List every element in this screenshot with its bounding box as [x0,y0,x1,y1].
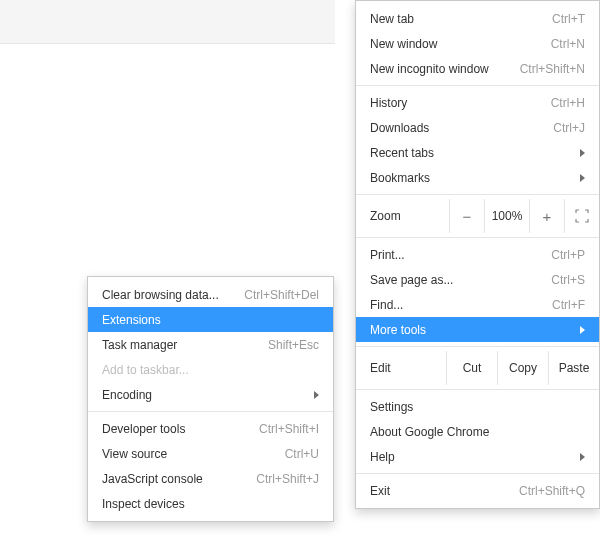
submenu-arrow-icon [580,174,585,182]
separator [356,389,599,390]
menu-shortcut: Shift+Esc [268,338,319,352]
submenu-arrow-icon [580,453,585,461]
zoom-out-button[interactable]: − [449,199,484,233]
submenu-item-extensions[interactable]: Extensions [88,307,333,332]
separator [356,473,599,474]
submenu-item-inspect-devices[interactable]: Inspect devices [88,491,333,516]
submenu-item-developer-tools[interactable]: Developer tools Ctrl+Shift+I [88,416,333,441]
menu-label: Clear browsing data... [102,288,234,302]
copy-button[interactable]: Copy [497,351,548,385]
menu-label: Downloads [370,121,543,135]
menu-shortcut: Ctrl+P [551,248,585,262]
menu-label: Add to taskbar... [102,363,319,377]
menu-shortcut: Ctrl+Shift+Q [519,484,585,498]
menu-label: Inspect devices [102,497,319,511]
menu-label: Bookmarks [370,171,574,185]
menu-label: Developer tools [102,422,249,436]
menu-item-new-tab[interactable]: New tab Ctrl+T [356,6,599,31]
menu-item-recent-tabs[interactable]: Recent tabs [356,140,599,165]
menu-shortcut: Ctrl+S [551,273,585,287]
menu-label: Exit [370,484,509,498]
menu-label: Save page as... [370,273,541,287]
menu-item-exit[interactable]: Exit Ctrl+Shift+Q [356,478,599,503]
zoom-in-button[interactable]: + [529,199,564,233]
menu-shortcut: Ctrl+Shift+I [259,422,319,436]
submenu-item-view-source[interactable]: View source Ctrl+U [88,441,333,466]
separator [356,194,599,195]
menu-label: View source [102,447,275,461]
menu-item-save-page-as[interactable]: Save page as... Ctrl+S [356,267,599,292]
zoom-label: Zoom [356,199,449,233]
menu-item-history[interactable]: History Ctrl+H [356,90,599,115]
separator [356,346,599,347]
menu-label: Encoding [102,388,308,402]
menu-label: Find... [370,298,542,312]
menu-item-settings[interactable]: Settings [356,394,599,419]
chrome-main-menu: New tab Ctrl+T New window Ctrl+N New inc… [355,0,600,509]
cut-button[interactable]: Cut [446,351,497,385]
more-tools-submenu: Clear browsing data... Ctrl+Shift+Del Ex… [87,276,334,522]
menu-shortcut: Ctrl+H [551,96,585,110]
menu-label: Task manager [102,338,258,352]
menu-item-new-incognito[interactable]: New incognito window Ctrl+Shift+N [356,56,599,81]
paste-button[interactable]: Paste [548,351,599,385]
menu-shortcut: Ctrl+J [553,121,585,135]
submenu-arrow-icon [314,391,319,399]
menu-item-bookmarks[interactable]: Bookmarks [356,165,599,190]
separator [356,85,599,86]
menu-item-new-window[interactable]: New window Ctrl+N [356,31,599,56]
menu-shortcut: Ctrl+Shift+N [520,62,585,76]
submenu-item-add-to-taskbar: Add to taskbar... [88,357,333,382]
menu-item-print[interactable]: Print... Ctrl+P [356,242,599,267]
menu-item-more-tools[interactable]: More tools [356,317,599,342]
menu-label: History [370,96,541,110]
page-content-strip [0,0,335,44]
menu-label: Extensions [102,313,319,327]
submenu-item-encoding[interactable]: Encoding [88,382,333,407]
submenu-arrow-icon [580,326,585,334]
zoom-row: Zoom − 100% + [356,199,599,233]
menu-item-help[interactable]: Help [356,444,599,469]
fullscreen-button[interactable] [564,199,599,233]
menu-label: More tools [370,323,574,337]
separator [356,237,599,238]
submenu-item-clear-browsing-data[interactable]: Clear browsing data... Ctrl+Shift+Del [88,282,333,307]
menu-label: New window [370,37,541,51]
menu-label: Print... [370,248,541,262]
menu-shortcut: Ctrl+N [551,37,585,51]
menu-shortcut: Ctrl+T [552,12,585,26]
submenu-arrow-icon [580,149,585,157]
fullscreen-icon [575,209,589,223]
edit-label: Edit [356,351,446,385]
submenu-item-javascript-console[interactable]: JavaScript console Ctrl+Shift+J [88,466,333,491]
menu-item-find[interactable]: Find... Ctrl+F [356,292,599,317]
menu-shortcut: Ctrl+Shift+Del [244,288,319,302]
menu-item-downloads[interactable]: Downloads Ctrl+J [356,115,599,140]
edit-row: Edit Cut Copy Paste [356,351,599,385]
menu-shortcut: Ctrl+Shift+J [256,472,319,486]
menu-label: About Google Chrome [370,425,585,439]
submenu-item-task-manager[interactable]: Task manager Shift+Esc [88,332,333,357]
menu-label: New incognito window [370,62,510,76]
menu-label: JavaScript console [102,472,246,486]
menu-shortcut: Ctrl+F [552,298,585,312]
menu-shortcut: Ctrl+U [285,447,319,461]
menu-label: New tab [370,12,542,26]
separator [88,411,333,412]
zoom-value: 100% [484,199,529,233]
menu-label: Help [370,450,574,464]
menu-label: Settings [370,400,585,414]
menu-label: Recent tabs [370,146,574,160]
menu-item-about[interactable]: About Google Chrome [356,419,599,444]
